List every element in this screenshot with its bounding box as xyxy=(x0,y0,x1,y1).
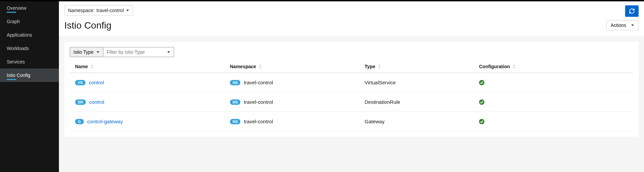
column-header-namespace[interactable]: Namespace xyxy=(230,64,365,69)
caret-down-icon xyxy=(126,9,129,12)
caret-down-icon xyxy=(631,24,634,27)
header: Namespace: travel-control Istio Config A… xyxy=(59,1,644,36)
sort-icon xyxy=(513,64,515,69)
table-row: G control-gateway NS travel-control Gate… xyxy=(70,112,633,131)
filter-input[interactable] xyxy=(103,47,174,57)
sidebar-item-istio-config[interactable]: Istio Config xyxy=(0,69,59,82)
column-label: Namespace xyxy=(230,64,256,69)
cell-name: VS control xyxy=(75,80,230,85)
column-label: Name xyxy=(75,64,88,69)
resource-link[interactable]: control-gateway xyxy=(87,119,123,124)
type-badge: VS xyxy=(75,80,86,85)
table-row: DR control NS travel-control Destination… xyxy=(70,92,633,112)
column-label: Configuration xyxy=(479,64,510,69)
ok-icon xyxy=(479,80,484,85)
namespace-label: Namespace: xyxy=(68,8,95,13)
type-text: Gateway xyxy=(365,119,384,124)
namespace-text: travel-control xyxy=(244,99,273,105)
filter-row: Istio Type xyxy=(70,47,633,57)
namespace-value: travel-control xyxy=(97,8,124,13)
sort-icon xyxy=(91,64,93,69)
cell-namespace: NS travel-control xyxy=(230,80,365,85)
namespace-selector[interactable]: Namespace: travel-control xyxy=(64,5,133,15)
namespace-text: travel-control xyxy=(244,80,273,85)
active-underline xyxy=(7,12,16,13)
cell-type: Gateway xyxy=(365,119,479,124)
sidebar-item-overview[interactable]: Overview xyxy=(0,1,59,15)
sort-icon xyxy=(378,64,381,69)
namespace-row: Namespace: travel-control xyxy=(59,5,644,15)
cell-namespace: NS travel-control xyxy=(230,99,365,105)
ns-badge: NS xyxy=(230,80,240,85)
actions-label: Actions xyxy=(611,23,626,28)
type-text: VirtualService xyxy=(365,80,396,85)
filter-type-label: Istio Type xyxy=(73,49,94,55)
main-area: Namespace: travel-control Istio Config A… xyxy=(59,0,644,172)
table-card: Istio Type Name Na xyxy=(64,42,639,137)
ns-badge: NS xyxy=(230,119,240,124)
page-title: Istio Config xyxy=(59,15,644,31)
sidebar-item-graph[interactable]: Graph xyxy=(0,15,59,28)
sidebar-item-label: Services xyxy=(7,59,25,64)
refresh-button[interactable] xyxy=(625,5,639,17)
column-header-name[interactable]: Name xyxy=(75,64,230,69)
sidebar-item-label: Istio Config xyxy=(7,73,30,78)
content: Istio Type Name Na xyxy=(59,36,644,172)
ok-icon xyxy=(479,119,484,124)
type-badge: G xyxy=(75,119,84,124)
sidebar-item-workloads[interactable]: Workloads xyxy=(0,42,59,55)
resource-link[interactable]: control xyxy=(89,80,104,85)
cell-configuration xyxy=(479,119,628,124)
config-table: Name Namespace Type xyxy=(70,60,633,131)
cell-configuration xyxy=(479,99,628,105)
cell-name: G control-gateway xyxy=(75,119,230,124)
sidebar: Overview Graph Applications Workloads Se… xyxy=(0,0,59,172)
column-label: Type xyxy=(365,64,375,69)
column-header-configuration[interactable]: Configuration xyxy=(479,64,628,69)
ns-badge: NS xyxy=(230,99,240,105)
type-badge: DR xyxy=(75,99,86,105)
cell-type: DestinationRule xyxy=(365,99,479,105)
top-black-bar xyxy=(0,0,644,1)
sort-icon xyxy=(259,64,262,69)
cell-configuration xyxy=(479,80,628,85)
filter-input-wrap xyxy=(103,47,174,57)
cell-type: VirtualService xyxy=(365,80,479,85)
filter-type-dropdown[interactable]: Istio Type xyxy=(70,47,103,57)
sidebar-item-label: Workloads xyxy=(7,46,29,51)
cell-name: DR control xyxy=(75,99,230,105)
column-header-type[interactable]: Type xyxy=(365,64,479,69)
resource-link[interactable]: control xyxy=(89,99,104,105)
cell-namespace: NS travel-control xyxy=(230,119,365,124)
sidebar-item-label: Applications xyxy=(7,32,32,38)
table-header: Name Namespace Type xyxy=(70,60,633,73)
ok-icon xyxy=(479,99,484,105)
actions-dropdown[interactable]: Actions xyxy=(606,20,639,30)
type-text: DestinationRule xyxy=(365,99,400,105)
sidebar-item-services[interactable]: Services xyxy=(0,55,59,69)
caret-down-icon xyxy=(96,50,100,54)
namespace-text: travel-control xyxy=(244,119,273,124)
sidebar-item-label: Graph xyxy=(7,19,20,24)
sidebar-item-applications[interactable]: Applications xyxy=(0,28,59,42)
active-underline xyxy=(7,79,16,80)
refresh-icon xyxy=(629,8,635,14)
table-row: VS control NS travel-control VirtualServ… xyxy=(70,73,633,92)
sidebar-item-label: Overview xyxy=(7,5,26,11)
